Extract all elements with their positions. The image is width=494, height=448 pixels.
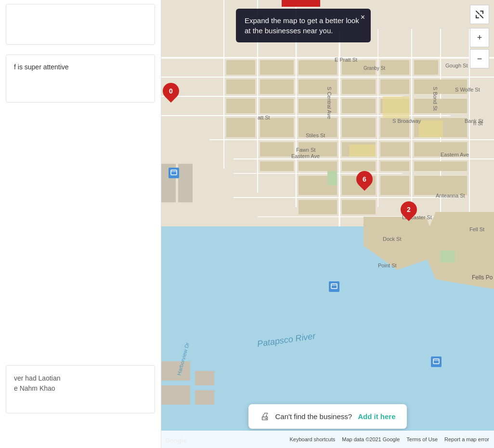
svg-rect-34 bbox=[342, 99, 376, 113]
bottom-bar-text: Can't find the business? bbox=[275, 412, 352, 421]
svg-rect-98 bbox=[331, 284, 337, 289]
map-controls: + − bbox=[470, 5, 489, 70]
svg-text:S Bond St: S Bond St bbox=[432, 87, 438, 111]
terms-of-use-link[interactable]: Terms of Use bbox=[406, 436, 438, 442]
svg-text:Eastern Ave: Eastern Ave bbox=[291, 153, 320, 159]
svg-rect-67 bbox=[195, 390, 214, 405]
svg-text:Stiles St: Stiles St bbox=[306, 132, 325, 138]
svg-rect-19 bbox=[226, 60, 255, 75]
svg-text:Fells Po: Fells Po bbox=[472, 274, 493, 281]
svg-rect-40 bbox=[342, 118, 376, 137]
svg-rect-55 bbox=[380, 176, 409, 195]
review-text-3: ver had Laotian e Nahm Khao bbox=[14, 374, 61, 392]
svg-text:S Central Ave: S Central Ave bbox=[326, 87, 332, 119]
svg-rect-56 bbox=[414, 176, 467, 195]
tooltip-close-button[interactable]: × bbox=[361, 13, 365, 21]
bottom-bar-icon: 🖨 bbox=[260, 411, 270, 422]
svg-rect-52 bbox=[414, 161, 467, 171]
svg-rect-26 bbox=[260, 79, 294, 94]
svg-text:S Wolfe St: S Wolfe St bbox=[455, 87, 480, 92]
svg-rect-37 bbox=[226, 118, 255, 137]
svg-rect-65 bbox=[161, 385, 190, 405]
svg-rect-60 bbox=[419, 120, 443, 137]
svg-rect-31 bbox=[226, 99, 255, 113]
svg-text:Gough St: Gough St bbox=[445, 63, 468, 68]
svg-rect-57 bbox=[299, 200, 337, 214]
svg-rect-58 bbox=[342, 200, 376, 214]
svg-rect-64 bbox=[161, 361, 190, 381]
zoom-out-button[interactable]: − bbox=[470, 49, 489, 68]
svg-rect-59 bbox=[383, 96, 409, 118]
svg-rect-29 bbox=[380, 79, 409, 94]
review-card-2: f is super attentive bbox=[6, 54, 155, 103]
svg-text:S Broadway: S Broadway bbox=[392, 118, 421, 124]
pin-2-label: 2 bbox=[407, 206, 411, 213]
svg-rect-20 bbox=[260, 60, 294, 75]
map-background: Patapsco River Harborview Dr ayette St E… bbox=[161, 0, 494, 448]
tooltip-text: Expand the map to get a better look at t… bbox=[245, 16, 359, 35]
report-error-link[interactable]: Report a map error bbox=[444, 436, 489, 442]
pin-0-label: 0 bbox=[169, 87, 173, 95]
svg-text:E Pratt St: E Pratt St bbox=[335, 57, 357, 63]
svg-text:Point St: Point St bbox=[378, 263, 397, 268]
blue-marker-1[interactable] bbox=[169, 168, 179, 178]
svg-rect-96 bbox=[171, 170, 177, 175]
svg-text:Eastern Ave: Eastern Ave bbox=[441, 152, 469, 158]
svg-text:Anteanna St: Anteanna St bbox=[436, 193, 465, 198]
svg-rect-36 bbox=[414, 99, 467, 113]
svg-text:Fell St: Fell St bbox=[469, 226, 484, 232]
svg-text:n St: n St bbox=[473, 120, 483, 126]
keyboard-shortcuts-link[interactable]: Keyboard shortcuts bbox=[289, 436, 335, 442]
svg-rect-28 bbox=[342, 79, 376, 94]
svg-rect-92 bbox=[327, 171, 337, 185]
svg-rect-49 bbox=[299, 161, 337, 171]
left-panel: f is super attentive ver had Laotian e N… bbox=[0, 0, 161, 448]
svg-rect-43 bbox=[260, 142, 294, 157]
svg-rect-32 bbox=[260, 99, 294, 113]
zoom-in-button[interactable]: + bbox=[470, 28, 489, 47]
svg-rect-46 bbox=[380, 142, 409, 157]
svg-rect-63 bbox=[178, 164, 193, 202]
svg-rect-66 bbox=[195, 371, 214, 385]
review-card-3: ver had Laotian e Nahm Khao bbox=[6, 365, 155, 413]
red-top-bar bbox=[282, 0, 320, 7]
review-card-1 bbox=[6, 4, 155, 45]
map-bottom-bar: 🖨 Can't find the business? Add it here bbox=[248, 404, 407, 429]
svg-text:att St: att St bbox=[258, 115, 270, 120]
map-footer: Keyboard shortcuts Map data ©2021 Google… bbox=[161, 431, 494, 448]
pin-6-label: 6 bbox=[363, 175, 366, 183]
map-container: Patapsco River Harborview Dr ayette St E… bbox=[161, 0, 494, 448]
svg-rect-61 bbox=[349, 145, 376, 157]
svg-rect-50 bbox=[342, 161, 376, 171]
svg-text:Fawn St: Fawn St bbox=[296, 147, 315, 153]
review-text-2: f is super attentive bbox=[14, 63, 69, 71]
svg-text:Granby St: Granby St bbox=[364, 66, 385, 71]
svg-rect-38 bbox=[260, 118, 294, 137]
map-tooltip: × Expand the map to get a better look at… bbox=[236, 9, 371, 42]
svg-rect-48 bbox=[260, 161, 294, 171]
svg-rect-51 bbox=[380, 161, 409, 171]
blue-marker-2[interactable] bbox=[329, 281, 339, 292]
svg-rect-93 bbox=[441, 250, 455, 263]
svg-text:Dock St: Dock St bbox=[383, 236, 402, 242]
svg-rect-25 bbox=[226, 79, 255, 94]
add-business-link[interactable]: Add it here bbox=[358, 412, 395, 421]
svg-rect-21 bbox=[299, 60, 337, 75]
svg-rect-100 bbox=[433, 359, 439, 364]
expand-map-button[interactable] bbox=[470, 5, 489, 24]
blue-marker-3[interactable] bbox=[431, 356, 442, 367]
map-data-text: Map data ©2021 Google bbox=[342, 436, 400, 442]
svg-rect-24 bbox=[414, 60, 438, 75]
